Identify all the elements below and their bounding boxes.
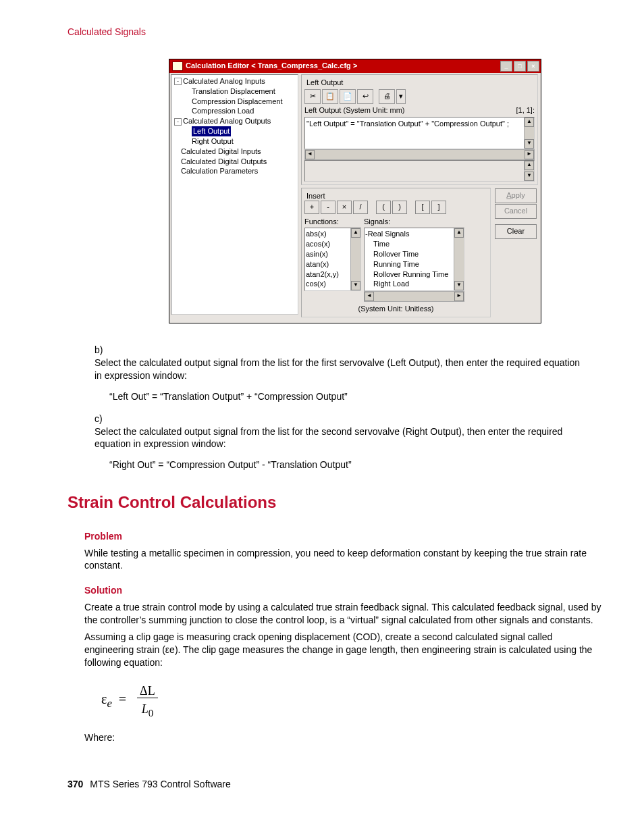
tree-node[interactable]: Rollover Time <box>365 249 463 259</box>
cut-icon[interactable]: ✂ <box>304 89 321 104</box>
tree-node[interactable]: Calculated Analog Outputs <box>183 117 271 125</box>
maximize-button[interactable]: □ <box>514 61 526 72</box>
solution-heading: Solution <box>84 584 603 597</box>
tree-node[interactable]: Time <box>365 239 463 249</box>
op-lparen-button[interactable]: ( <box>376 201 391 214</box>
op-lbracket-button[interactable]: [ <box>415 201 430 214</box>
message-area: ▲▼ <box>304 160 535 182</box>
op-mult-button[interactable]: × <box>337 201 352 214</box>
signal-tree[interactable]: -Calculated Analog Inputs Translation Di… <box>171 74 298 315</box>
step-b-text: Select the calculated output signal from… <box>95 357 587 382</box>
insert-legend: Insert <box>304 191 327 201</box>
tree-node[interactable]: Compression Displacement <box>173 97 298 107</box>
window-title: Calculation Editor < Trans_Compress_Calc… <box>186 61 499 71</box>
tree-node[interactable]: Translation Displacement <box>173 86 298 97</box>
app-icon <box>172 61 183 71</box>
instruction-list: b) Select the calculated output signal f… <box>95 344 603 471</box>
cancel-button[interactable]: Cancel <box>495 204 537 219</box>
editor-toolbar: ✂ 📋 📄 ↩ 🖨 ▾ <box>304 89 535 104</box>
window-titlebar: Calculation Editor < Trans_Compress_Calc… <box>169 59 541 73</box>
system-unit-label: (System Unit: Unitless) <box>304 304 487 314</box>
copy-icon[interactable]: 📋 <box>322 89 338 104</box>
horizontal-scrollbar[interactable]: ◄► <box>304 149 535 160</box>
vertical-scrollbar[interactable]: ▲▼ <box>524 118 534 149</box>
op-rparen-button[interactable]: ) <box>392 201 407 214</box>
insert-group: Insert + - × / ( ) [ ] <box>301 188 491 318</box>
print-icon[interactable]: 🖨 <box>379 89 395 104</box>
close-button[interactable]: × <box>527 61 539 72</box>
doc-title: MTS Series 793 Control Software <box>90 779 231 789</box>
horizontal-scrollbar[interactable]: ◄► <box>364 291 464 302</box>
signals-label: Signals: <box>364 217 464 227</box>
functions-list[interactable]: abs(x) acos(x) asin(x) atan(x) atan2(x,y… <box>304 228 361 291</box>
section-title: Strain Control Calculations <box>68 492 603 513</box>
vertical-scrollbar[interactable]: ▲▼ <box>524 161 534 181</box>
tree-node[interactable]: Calculated Analog Inputs <box>183 77 265 85</box>
undo-icon[interactable]: ↩ <box>357 89 373 104</box>
expression-editor[interactable]: "Left Output" = "Translation Output" + "… <box>304 117 535 149</box>
functions-label: Functions: <box>304 217 361 227</box>
tree-collapse-icon[interactable]: - <box>174 118 182 126</box>
minimize-button[interactable]: _ <box>500 61 512 72</box>
op-plus-button[interactable]: + <box>304 201 319 214</box>
op-rbracket-button[interactable]: ] <box>431 201 446 214</box>
group-legend: Left Output <box>304 78 345 88</box>
tree-collapse-icon[interactable]: - <box>174 78 182 85</box>
output-group: Left Output ✂ 📋 📄 ↩ 🖨 ▾ Left Output (Sys… <box>301 74 538 185</box>
tree-node[interactable]: Running Time <box>365 259 463 269</box>
vertical-scrollbar[interactable]: ▲▼ <box>350 228 360 290</box>
tree-node[interactable]: Calculated Digital Inputs <box>173 147 298 157</box>
cursor-pos: [1, 1]: <box>516 105 535 115</box>
tree-node-selected[interactable]: Left Output <box>192 126 231 136</box>
expression-text: "Left Output" = "Translation Output" + "… <box>306 120 509 128</box>
unit-info: Left Output (System Unit: mm) <box>304 105 405 115</box>
page-footer: 370 MTS Series 793 Control Software <box>68 778 603 791</box>
page-number: 370 <box>68 779 83 789</box>
page-header: Calculated Signals <box>68 26 603 38</box>
where-label: Where: <box>84 731 603 744</box>
tree-node[interactable]: Rollover Running Time <box>365 269 463 280</box>
step-c-label: c) <box>95 413 109 425</box>
calculation-editor-window: Calculation Editor < Trans_Compress_Calc… <box>169 59 541 323</box>
step-b-label: b) <box>95 344 109 357</box>
paste-icon[interactable]: 📄 <box>340 89 356 104</box>
tree-node[interactable]: Real Signals <box>368 230 410 238</box>
tree-node[interactable]: Calculated Digital Outputs <box>173 157 298 167</box>
problem-heading: Problem <box>84 530 603 543</box>
clear-button[interactable]: Clear <box>495 224 537 239</box>
tree-node[interactable]: Right Output <box>173 136 298 147</box>
step-b-equation: “Left Out” = “Translation Output” + “Com… <box>109 390 603 403</box>
tree-node[interactable]: Right Load <box>365 279 463 289</box>
signals-tree[interactable]: -Real Signals Time Rollover Time Running… <box>364 228 464 291</box>
vertical-scrollbar[interactable]: ▲▼ <box>454 228 464 290</box>
solution-p1: Create a true strain control mode by usi… <box>84 601 603 627</box>
op-minus-button[interactable]: - <box>321 201 336 214</box>
dropdown-icon[interactable]: ▾ <box>396 89 406 104</box>
tree-node[interactable]: Calculation Parameters <box>173 166 298 176</box>
step-c-text: Select the calculated output signal from… <box>95 425 587 451</box>
apply-button[interactable]: AApplypply <box>495 188 537 203</box>
problem-text: While testing a metallic specimen in com… <box>84 547 603 573</box>
op-div-button[interactable]: / <box>353 201 368 214</box>
app-screenshot: Calculation Editor < Trans_Compress_Calc… <box>169 59 603 323</box>
step-c-equation: “Right Out” = “Compression Output” - “Tr… <box>109 459 603 471</box>
solution-p2: Assuming a clip gage is measuring crack … <box>84 631 603 669</box>
tree-node[interactable]: Compression Load <box>173 106 298 116</box>
strain-equation: εe = ΔL L0 <box>101 681 603 720</box>
